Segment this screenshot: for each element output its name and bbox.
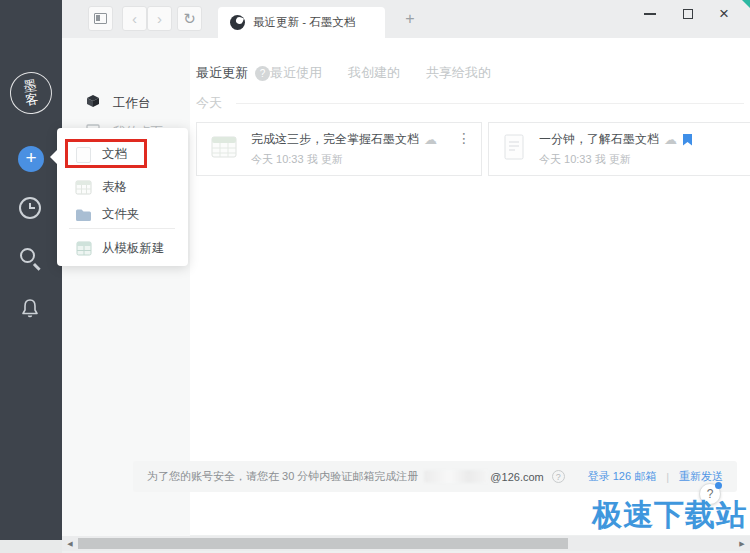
search-icon	[20, 248, 35, 263]
sidebar-item-workbench[interactable]: 工作台	[62, 90, 190, 116]
filter-tabs: 最近更新 ? 最近使用 我创建的 共享给我的	[196, 64, 491, 82]
card-more-menu-icon[interactable]: ⋮	[457, 131, 471, 145]
email-verification-bar: 为了您的账号安全，请您在 30 分钟内验证邮箱完成注册 @126.com ? 登…	[133, 461, 737, 492]
tab-title: 最近更新 - 石墨文档	[253, 15, 355, 30]
titlebar: ‹ › ↻ 最近更新 - 石墨文档 + ×	[62, 0, 750, 38]
tab-recent-used[interactable]: 最近使用	[270, 64, 322, 82]
login-mailbox-link[interactable]: 登录 126 邮箱	[588, 469, 656, 484]
notifications-button[interactable]	[18, 296, 44, 322]
menu-item-document[interactable]: 文档	[57, 141, 188, 168]
shimo-logo-icon	[230, 15, 245, 30]
search-button[interactable]	[18, 246, 44, 272]
spreadsheet-icon	[75, 179, 92, 196]
tab-created-by-me[interactable]: 我创建的	[348, 64, 400, 82]
moke-logo: 墨 客	[7, 69, 54, 116]
sidebar-item-label: 工作台	[113, 95, 151, 112]
notification-dot	[715, 482, 722, 489]
card-title-text: 一分钟，了解石墨文档	[539, 131, 659, 148]
spreadsheet-file-icon	[211, 135, 237, 163]
cloud-sync-icon: ☁	[424, 132, 437, 147]
bell-icon	[18, 306, 42, 323]
menu-item-new-from-template[interactable]: 从模板新建	[57, 235, 188, 262]
help-fab-button[interactable]: ?	[699, 483, 721, 505]
card-meta: 今天 10:33 我 更新	[539, 152, 692, 167]
template-icon	[75, 240, 92, 257]
verification-links: 登录 126 邮箱 | 重新发送	[588, 469, 723, 484]
new-tab-button[interactable]: +	[400, 9, 420, 29]
browser-tab[interactable]: 最近更新 - 石墨文档	[218, 7, 385, 38]
tab-shared-with-me[interactable]: 共享给我的	[426, 64, 491, 82]
refresh-button[interactable]: ↻	[177, 6, 202, 31]
doc-card-guide[interactable]: 完成这三步，完全掌握石墨文档☁ 今天 10:33 我 更新 ⋮	[196, 122, 482, 176]
maximize-icon	[683, 9, 693, 19]
app-window: 最近更新 ? 最近使用 我创建的 共享给我的 今天	[0, 0, 750, 553]
clock-icon	[19, 197, 41, 219]
menu-divider	[69, 228, 175, 229]
app-rail: 墨 客 +	[0, 0, 62, 540]
link-divider: |	[666, 471, 669, 483]
back-icon: ‹	[132, 11, 137, 26]
corner-accent	[742, 0, 750, 8]
folder-icon	[75, 206, 92, 223]
bookmark-icon	[683, 134, 692, 146]
back-button[interactable]: ‹	[122, 6, 147, 31]
menu-item-spreadsheet[interactable]: 表格	[57, 174, 188, 201]
doc-card-intro[interactable]: 一分钟，了解石墨文档☁ 今天 10:33 我 更新	[488, 122, 750, 176]
cloud-sync-icon: ☁	[664, 132, 677, 147]
menu-item-folder[interactable]: 文件夹	[57, 201, 188, 228]
recent-history-button[interactable]	[18, 196, 44, 222]
minimize-button[interactable]	[638, 3, 662, 25]
create-new-button[interactable]: +	[18, 146, 44, 172]
create-menu-popup: 文档 表格 文件夹	[57, 128, 188, 266]
verification-message: 为了您的账号安全，请您在 30 分钟内验证邮箱完成注册	[147, 469, 418, 484]
horizontal-scrollbar[interactable]: ◀ ▶	[62, 536, 750, 551]
section-today-label: 今天	[196, 94, 222, 112]
bottom-left-corner	[0, 540, 62, 553]
section-today: 今天	[196, 94, 744, 112]
tab-recent-updates[interactable]: 最近更新	[196, 64, 248, 82]
section-divider	[236, 103, 744, 104]
document-icon	[75, 146, 92, 163]
forward-button[interactable]: ›	[147, 6, 172, 31]
help-question-icon[interactable]: ?	[552, 470, 565, 483]
email-domain: @126.com	[490, 471, 543, 483]
close-button[interactable]: ×	[712, 3, 736, 25]
split-view-icon	[94, 13, 107, 24]
scroll-right-arrow[interactable]: ▶	[736, 536, 748, 551]
card-info: 完成这三步，完全掌握石墨文档☁ 今天 10:33 我 更新	[251, 131, 437, 167]
menu-item-label: 表格	[102, 179, 127, 196]
menu-item-label: 文档	[102, 146, 127, 163]
scroll-left-arrow[interactable]: ◀	[64, 536, 76, 551]
card-info: 一分钟，了解石墨文档☁ 今天 10:33 我 更新	[539, 131, 692, 167]
help-badge-icon[interactable]: ?	[255, 66, 270, 81]
minimize-icon	[644, 13, 656, 15]
forward-icon: ›	[157, 11, 162, 26]
blurred-email	[424, 470, 488, 483]
refresh-icon: ↻	[183, 11, 196, 26]
card-title-text: 完成这三步，完全掌握石墨文档	[251, 131, 419, 148]
sidebar-toggle-button[interactable]	[88, 6, 113, 31]
menu-item-label: 从模板新建	[102, 240, 165, 257]
scrollbar-thumb[interactable]	[78, 538, 568, 549]
maximize-button[interactable]	[676, 3, 700, 25]
help-fab-label: ?	[707, 487, 714, 501]
card-title: 完成这三步，完全掌握石墨文档☁	[251, 131, 437, 148]
logo-char-bottom: 客	[25, 92, 40, 108]
card-title: 一分钟，了解石墨文档☁	[539, 131, 692, 148]
cube-icon	[86, 94, 100, 112]
card-meta: 今天 10:33 我 更新	[251, 152, 437, 167]
menu-item-label: 文件夹	[102, 206, 140, 223]
document-file-icon	[503, 134, 525, 164]
